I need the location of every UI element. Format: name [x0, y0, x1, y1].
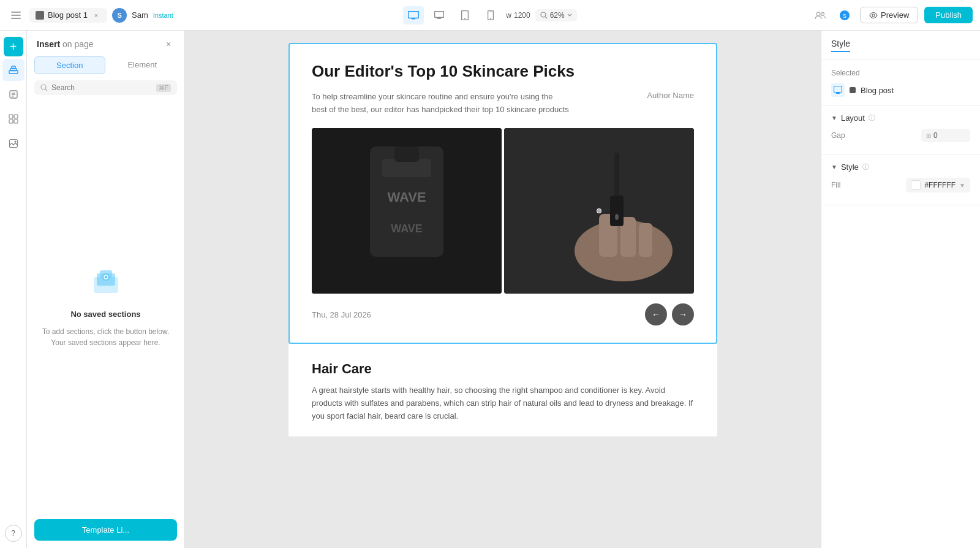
history-icon[interactable]: S — [835, 6, 854, 25]
view-mobile[interactable] — [480, 6, 501, 25]
svg-rect-11 — [490, 12, 492, 12]
canvas-inner: Our Editor's Top 10 Skincare Picks To he… — [288, 43, 717, 536]
no-sections-placeholder: No saved sections To add sections, click… — [27, 102, 184, 512]
blog-post-dot-icon — [850, 87, 856, 93]
help-button[interactable]: ? — [5, 525, 22, 542]
svg-rect-5 — [412, 18, 415, 20]
svg-line-14 — [545, 17, 547, 18]
sidebar-item-assets[interactable] — [2, 132, 24, 154]
svg-rect-22 — [12, 66, 15, 69]
svg-point-9 — [464, 18, 466, 19]
hair-care-title: Hair Care — [312, 361, 694, 377]
preview-button[interactable]: Preview — [860, 7, 918, 23]
svg-rect-1 — [11, 15, 21, 16]
gap-input-icon: ⊞ — [926, 132, 931, 139]
users-icon[interactable] — [811, 6, 829, 25]
fill-property-row: Fill #FFFFFF ▼ — [831, 178, 970, 192]
doc-tab[interactable]: Blog post 1 × — [29, 8, 107, 23]
blog-desc-row: To help streamline your skincare routine… — [312, 91, 694, 116]
insert-panel-header: Insert on page × — [27, 31, 184, 56]
gallery-navigation: ← → — [645, 303, 694, 325]
gallery-prev-button[interactable]: ← — [645, 303, 667, 325]
sidebar-item-pages[interactable] — [2, 83, 24, 105]
svg-point-32 — [14, 141, 16, 143]
view-tablet[interactable] — [454, 6, 475, 25]
topbar: Blog post 1 × S Sam Instant w 1200 62% — [0, 0, 980, 31]
svg-rect-57 — [836, 93, 840, 94]
svg-point-13 — [541, 12, 546, 17]
gap-value: 0 — [933, 131, 938, 140]
view-desktop-wide[interactable] — [403, 6, 424, 25]
menu-icon[interactable] — [7, 7, 24, 24]
style-title: Style — [841, 162, 859, 172]
blog-post-title: Our Editor's Top 10 Skincare Picks — [312, 61, 694, 82]
hair-care-section: Hair Care A great hairstyle starts with … — [288, 344, 717, 436]
no-sections-icon — [91, 266, 121, 302]
tab-section[interactable]: Section — [34, 56, 105, 74]
view-desktop[interactable] — [429, 6, 450, 25]
svg-rect-45 — [394, 147, 419, 162]
svg-rect-30 — [14, 120, 18, 123]
insert-panel: Insert on page × Section Element ⌘F No s… — [27, 31, 185, 548]
template-library-button[interactable]: Template Li... — [34, 519, 177, 541]
topbar-right: S Preview Publish — [582, 6, 973, 25]
publish-button[interactable]: Publish — [924, 7, 973, 23]
tab-element[interactable]: Element — [108, 56, 178, 74]
blog-post-block[interactable]: Our Editor's Top 10 Skincare Picks To he… — [288, 43, 717, 344]
layout-title: Layout — [841, 113, 865, 123]
blog-post-footer: Thu, 28 Jul 2026 ← → — [312, 294, 694, 328]
style-info-icon: ⓘ — [862, 162, 869, 172]
svg-point-12 — [490, 18, 491, 19]
fill-color-input[interactable]: #FFFFFF ▼ — [906, 178, 970, 192]
svg-text:WAVE: WAVE — [387, 189, 426, 205]
svg-point-33 — [41, 85, 46, 89]
image-gallery: WAVE WAVE — [312, 128, 694, 294]
topbar-left: Blog post 1 × S Sam Instant — [7, 7, 398, 24]
zoom-selector[interactable]: 62% — [535, 9, 577, 21]
add-section-button[interactable]: + — [4, 37, 23, 56]
selected-item-name: Blog post — [861, 86, 894, 95]
svg-point-16 — [821, 12, 824, 15]
svg-rect-6 — [435, 11, 444, 17]
svg-rect-2 — [11, 18, 21, 19]
svg-line-34 — [45, 89, 47, 91]
style-collapse-header[interactable]: ▼ Style ⓘ — [831, 162, 970, 172]
svg-rect-50 — [639, 223, 652, 257]
sidebar-item-layers[interactable] — [2, 59, 24, 81]
blog-post-content: Our Editor's Top 10 Skincare Picks To he… — [290, 44, 716, 343]
blog-post-date: Thu, 28 Jul 2026 — [312, 310, 371, 319]
sidebar-item-components[interactable] — [2, 108, 24, 130]
status-badge: Instant — [153, 12, 173, 19]
hair-care-text: A great hairstyle starts with healthy ha… — [312, 384, 694, 422]
svg-rect-51 — [614, 153, 619, 202]
search-input[interactable] — [51, 83, 153, 92]
gallery-image-serum — [504, 128, 694, 294]
layout-info-icon: ⓘ — [869, 113, 875, 123]
svg-rect-28 — [14, 115, 18, 118]
blog-post-author: Author Name — [647, 91, 694, 100]
gap-label: Gap — [831, 131, 845, 140]
selected-label: Selected — [831, 69, 970, 77]
doc-close-icon[interactable]: × — [91, 10, 101, 20]
canvas-area[interactable]: Our Editor's Top 10 Skincare Picks To he… — [185, 31, 821, 548]
svg-text:S: S — [843, 13, 846, 19]
gap-input[interactable]: ⊞ 0 — [921, 129, 970, 142]
avatar-icon: S — [839, 10, 850, 21]
fill-label: Fill — [831, 181, 840, 189]
style-tab[interactable]: Style — [831, 39, 850, 52]
insert-panel-close[interactable]: × — [162, 38, 175, 50]
topbar-center: w 1200 62% — [403, 6, 576, 25]
selected-item: Blog post — [831, 83, 970, 97]
gallery-next-button[interactable]: → — [672, 303, 694, 325]
gallery-image-wave: WAVE WAVE — [312, 128, 502, 294]
svg-rect-27 — [9, 115, 13, 118]
insert-search-bar[interactable]: ⌘F — [34, 80, 177, 95]
left-sidebar: + ? — [0, 31, 27, 548]
style-section: ▼ Style ⓘ Fill #FFFFFF ▼ — [821, 155, 980, 205]
svg-point-19 — [872, 14, 875, 17]
main-area: + ? Insert on page × Section Element — [0, 31, 980, 548]
layout-collapse-arrow: ▼ — [831, 115, 837, 121]
layout-collapse-header[interactable]: ▼ Layout ⓘ — [831, 113, 970, 123]
svg-point-15 — [816, 12, 820, 16]
doc-icon — [36, 11, 44, 20]
